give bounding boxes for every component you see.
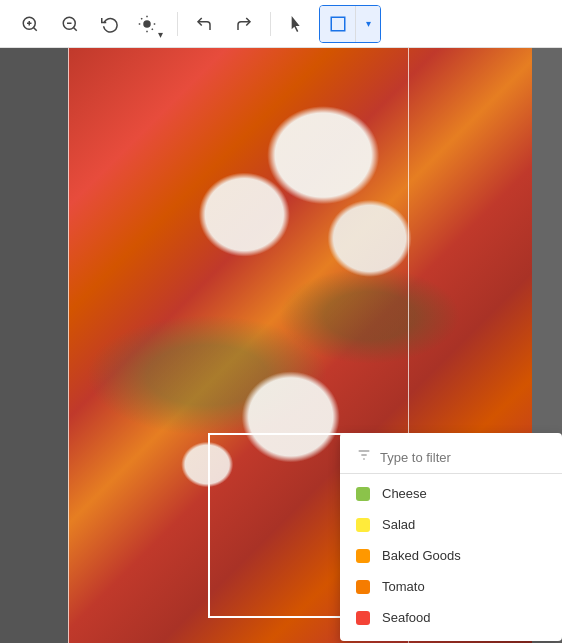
filter-icon bbox=[356, 447, 372, 467]
label-dropdown: CheeseSaladBaked GoodsTomatoSeafood bbox=[340, 433, 562, 641]
menu-item-baked-goods[interactable]: Baked Goods bbox=[340, 540, 562, 571]
menu-item-salad[interactable]: Salad bbox=[340, 509, 562, 540]
menu-item-cheese[interactable]: Cheese bbox=[340, 478, 562, 509]
label-text-baked-goods: Baked Goods bbox=[382, 548, 461, 563]
svg-point-7 bbox=[143, 20, 151, 28]
zoom-in-button[interactable] bbox=[12, 6, 48, 42]
label-text-seafood: Seafood bbox=[382, 610, 430, 625]
filter-row bbox=[340, 441, 562, 474]
color-dot-seafood bbox=[356, 611, 370, 625]
filter-input[interactable] bbox=[380, 450, 546, 465]
separator-2 bbox=[270, 12, 271, 36]
svg-line-11 bbox=[152, 28, 153, 29]
zoom-out-button[interactable] bbox=[52, 6, 88, 42]
label-text-cheese: Cheese bbox=[382, 486, 427, 501]
canvas-area[interactable]: CheeseSaladBaked GoodsTomatoSeafood bbox=[0, 48, 562, 643]
color-dot-cheese bbox=[356, 487, 370, 501]
redo-button[interactable] bbox=[226, 6, 262, 42]
grid-line-v2 bbox=[68, 48, 69, 643]
label-text-salad: Salad bbox=[382, 517, 415, 532]
color-dot-salad bbox=[356, 518, 370, 532]
separator-1 bbox=[177, 12, 178, 36]
bounding-box-dropdown[interactable]: ▾ bbox=[356, 6, 380, 42]
svg-line-1 bbox=[33, 27, 36, 30]
color-dot-tomato bbox=[356, 580, 370, 594]
rotate-button[interactable] bbox=[92, 6, 128, 42]
menu-item-seafood[interactable]: Seafood bbox=[340, 602, 562, 633]
brightness-button[interactable]: ▾ bbox=[132, 6, 169, 42]
svg-line-5 bbox=[73, 27, 76, 30]
menu-item-tomato[interactable]: Tomato bbox=[340, 571, 562, 602]
canvas-left-strip bbox=[0, 48, 68, 643]
bounding-box-button[interactable] bbox=[320, 6, 356, 42]
color-dot-baked-goods bbox=[356, 549, 370, 563]
undo-button[interactable] bbox=[186, 6, 222, 42]
pointer-button[interactable] bbox=[279, 6, 315, 42]
label-text-tomato: Tomato bbox=[382, 579, 425, 594]
svg-line-10 bbox=[141, 18, 142, 19]
svg-rect-14 bbox=[331, 17, 345, 31]
toolbar: ▾ ▾ bbox=[0, 0, 562, 48]
bounding-box-group: ▾ bbox=[319, 5, 381, 43]
